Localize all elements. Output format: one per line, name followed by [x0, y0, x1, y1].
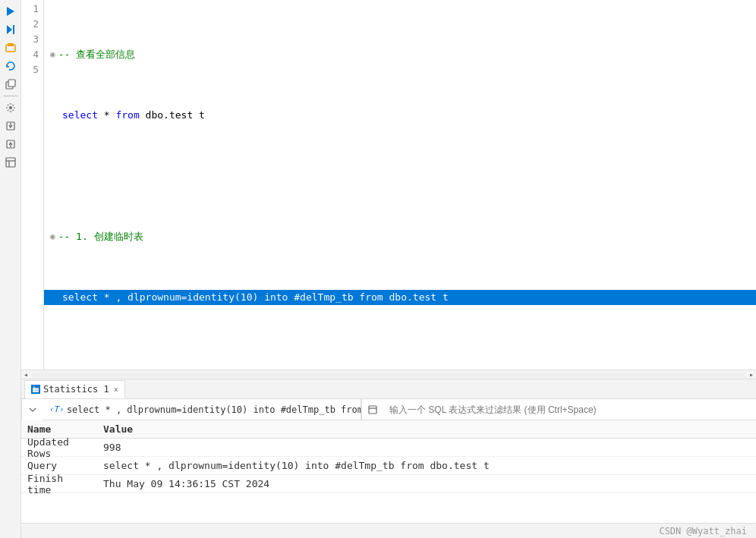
line-num-4: 4	[21, 47, 43, 62]
footer: CSDN @Wyatt_zhai	[21, 523, 756, 538]
stats-name-updated-rows: Updated Rows	[21, 436, 97, 459]
stats-row-updated-rows: Updated Rows 998	[21, 439, 756, 457]
bottom-panel: Statistics 1 × ‹T› select * , dlprownum=…	[21, 379, 756, 538]
code-comment-1: -- 查看全部信息	[58, 47, 135, 62]
keyword-into: into	[264, 290, 288, 305]
code-line-4: ◉ -- 1. 创建临时表	[50, 229, 756, 244]
filter-query-text: select * , dlprownum=identity(10) into #…	[67, 404, 361, 415]
code-editor[interactable]: ◉ -- 查看全部信息 select * from dbo.test t	[44, 0, 756, 370]
svg-point-7	[9, 106, 12, 109]
tab-label: Statistics 1	[43, 384, 109, 395]
run-icon[interactable]	[2, 3, 19, 20]
code-comment-4: -- 1. 创建临时表	[58, 229, 143, 244]
stats-table: Name Value Updated Rows 998 Query select…	[21, 420, 756, 523]
step-icon[interactable]	[2, 21, 19, 38]
statistics-tab[interactable]: Statistics 1 ×	[24, 380, 125, 398]
keyword-from-2: from	[359, 290, 383, 305]
svg-rect-2	[13, 25, 14, 34]
sidebar-divider-1	[4, 96, 17, 96]
code-line-2: select * from dbo.test t	[50, 108, 756, 123]
refresh-icon[interactable]	[2, 58, 19, 74]
table-icon[interactable]	[2, 154, 19, 171]
line-num-2: 2	[21, 17, 43, 32]
svg-rect-17	[369, 406, 376, 414]
svg-marker-1	[7, 25, 12, 34]
code-text-4: #delTmp_tb	[288, 290, 359, 305]
stats-header-row: Name Value	[21, 420, 756, 439]
code-text-1: *	[98, 108, 115, 123]
line-num-1: 1	[21, 2, 43, 17]
edit-icon[interactable]	[2, 76, 19, 93]
svg-rect-15	[33, 388, 39, 392]
code-line-1: ◉ -- 查看全部信息	[50, 47, 756, 62]
editor-container: 1 2 3 4 5 ◉ -- 查看全部信息 select * from	[21, 0, 756, 538]
tab-close-btn[interactable]: ×	[114, 385, 118, 394]
stats-name-query: Query	[21, 460, 97, 471]
fold-icon-1[interactable]: ◉	[50, 47, 55, 62]
export-icon[interactable]	[2, 136, 19, 153]
sidebar	[0, 0, 21, 538]
keyword-from-1: from	[115, 108, 139, 123]
filter-sql-tag: ‹T›	[49, 404, 64, 414]
watermark: CSDN @Wyatt_zhai	[659, 526, 747, 536]
stats-value-query: select * , dlprownum=identity(10) into #…	[97, 460, 756, 471]
tab-bar: Statistics 1 ×	[21, 379, 756, 399]
code-line-3	[50, 168, 756, 184]
line-numbers: 1 2 3 4 5	[21, 0, 44, 370]
stats-icon	[31, 385, 40, 394]
filter-expand-btn[interactable]	[21, 399, 43, 420]
filter-bar: ‹T› select * , dlprownum=identity(10) in…	[21, 399, 756, 420]
stats-header-value: Value	[97, 423, 756, 435]
scroll-left-btn[interactable]: ◂	[21, 370, 30, 379]
code-text-3: * , dlprownum=identity(10)	[98, 290, 264, 305]
code-text-5: dbo.test t	[383, 290, 449, 305]
object-icon[interactable]	[2, 39, 19, 56]
stats-header-name: Name	[21, 423, 97, 435]
stats-row-query: Query select * , dlprownum=identity(10) …	[21, 457, 756, 475]
svg-rect-12	[6, 158, 15, 167]
fold-icon-4[interactable]: ◉	[50, 229, 55, 244]
line-num-3: 3	[21, 32, 43, 47]
stats-value-finish-time: Thu May 09 14:36:15 CST 2024	[97, 478, 756, 489]
settings-icon[interactable]	[2, 99, 19, 116]
keyword-select-2: select	[62, 290, 98, 305]
code-text-2: dbo.test t	[140, 108, 205, 123]
svg-marker-0	[7, 7, 14, 16]
stats-value-updated-rows: 998	[97, 442, 756, 453]
scrollbar-track[interactable]	[32, 372, 745, 378]
code-line-5: select * , dlprownum=identity(10) into #…	[44, 290, 756, 305]
stats-row-finish-time: Finish time Thu May 09 14:36:15 CST 2024	[21, 475, 756, 493]
svg-rect-6	[8, 80, 15, 87]
editor-main: 1 2 3 4 5 ◉ -- 查看全部信息 select * from	[21, 0, 756, 370]
stats-name-finish-time: Finish time	[21, 473, 97, 496]
line-num-5: 5	[21, 62, 43, 77]
import-icon[interactable]	[2, 118, 19, 134]
svg-rect-4	[8, 43, 14, 46]
h-scrollbar[interactable]: ◂ ▸	[21, 370, 756, 379]
filter-query: ‹T› select * , dlprownum=identity(10) in…	[43, 399, 361, 420]
keyword-select-1: select	[62, 108, 98, 123]
filter-input[interactable]	[383, 399, 756, 420]
scroll-right-btn[interactable]: ▸	[747, 370, 756, 379]
filter-expand-icon[interactable]	[362, 399, 383, 420]
